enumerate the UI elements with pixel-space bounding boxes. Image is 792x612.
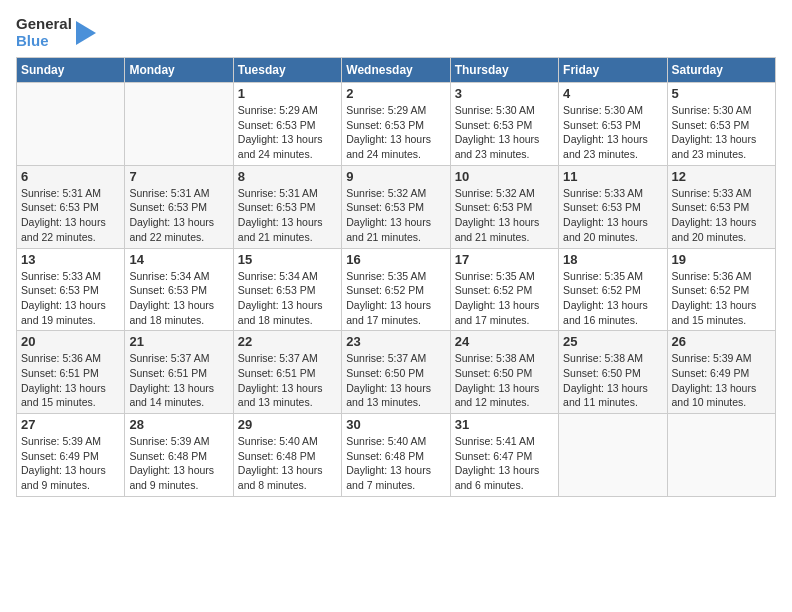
day-info: Sunrise: 5:33 AMSunset: 6:53 PMDaylight:… — [672, 186, 771, 245]
logo-arrow-icon — [76, 21, 96, 45]
day-info: Sunrise: 5:35 AMSunset: 6:52 PMDaylight:… — [346, 269, 445, 328]
day-info: Sunrise: 5:33 AMSunset: 6:53 PMDaylight:… — [21, 269, 120, 328]
day-number: 30 — [346, 417, 445, 432]
week-row-1: 1Sunrise: 5:29 AMSunset: 6:53 PMDaylight… — [17, 83, 776, 166]
calendar-cell — [559, 414, 667, 497]
day-info: Sunrise: 5:32 AMSunset: 6:53 PMDaylight:… — [346, 186, 445, 245]
week-row-4: 20Sunrise: 5:36 AMSunset: 6:51 PMDayligh… — [17, 331, 776, 414]
calendar-cell: 3Sunrise: 5:30 AMSunset: 6:53 PMDaylight… — [450, 83, 558, 166]
calendar-cell — [667, 414, 775, 497]
calendar-cell: 6Sunrise: 5:31 AMSunset: 6:53 PMDaylight… — [17, 165, 125, 248]
header: General Blue — [16, 16, 776, 49]
day-info: Sunrise: 5:38 AMSunset: 6:50 PMDaylight:… — [455, 351, 554, 410]
calendar-cell: 30Sunrise: 5:40 AMSunset: 6:48 PMDayligh… — [342, 414, 450, 497]
day-number: 29 — [238, 417, 337, 432]
week-row-2: 6Sunrise: 5:31 AMSunset: 6:53 PMDaylight… — [17, 165, 776, 248]
day-number: 15 — [238, 252, 337, 267]
day-number: 10 — [455, 169, 554, 184]
day-number: 24 — [455, 334, 554, 349]
calendar-cell: 27Sunrise: 5:39 AMSunset: 6:49 PMDayligh… — [17, 414, 125, 497]
day-number: 4 — [563, 86, 662, 101]
logo-blue: Blue — [16, 33, 72, 50]
day-number: 6 — [21, 169, 120, 184]
day-info: Sunrise: 5:34 AMSunset: 6:53 PMDaylight:… — [238, 269, 337, 328]
weekday-tuesday: Tuesday — [233, 58, 341, 83]
weekday-saturday: Saturday — [667, 58, 775, 83]
day-info: Sunrise: 5:35 AMSunset: 6:52 PMDaylight:… — [455, 269, 554, 328]
calendar-cell: 16Sunrise: 5:35 AMSunset: 6:52 PMDayligh… — [342, 248, 450, 331]
calendar-cell: 7Sunrise: 5:31 AMSunset: 6:53 PMDaylight… — [125, 165, 233, 248]
calendar-cell: 4Sunrise: 5:30 AMSunset: 6:53 PMDaylight… — [559, 83, 667, 166]
calendar-cell: 20Sunrise: 5:36 AMSunset: 6:51 PMDayligh… — [17, 331, 125, 414]
weekday-monday: Monday — [125, 58, 233, 83]
day-info: Sunrise: 5:30 AMSunset: 6:53 PMDaylight:… — [672, 103, 771, 162]
logo-general: General — [16, 16, 72, 33]
day-info: Sunrise: 5:37 AMSunset: 6:51 PMDaylight:… — [129, 351, 228, 410]
day-info: Sunrise: 5:38 AMSunset: 6:50 PMDaylight:… — [563, 351, 662, 410]
day-info: Sunrise: 5:31 AMSunset: 6:53 PMDaylight:… — [129, 186, 228, 245]
day-info: Sunrise: 5:40 AMSunset: 6:48 PMDaylight:… — [346, 434, 445, 493]
day-number: 26 — [672, 334, 771, 349]
day-number: 8 — [238, 169, 337, 184]
calendar-cell: 25Sunrise: 5:38 AMSunset: 6:50 PMDayligh… — [559, 331, 667, 414]
calendar-cell: 18Sunrise: 5:35 AMSunset: 6:52 PMDayligh… — [559, 248, 667, 331]
calendar-cell: 12Sunrise: 5:33 AMSunset: 6:53 PMDayligh… — [667, 165, 775, 248]
day-info: Sunrise: 5:39 AMSunset: 6:48 PMDaylight:… — [129, 434, 228, 493]
day-number: 16 — [346, 252, 445, 267]
calendar-cell: 21Sunrise: 5:37 AMSunset: 6:51 PMDayligh… — [125, 331, 233, 414]
calendar-cell: 24Sunrise: 5:38 AMSunset: 6:50 PMDayligh… — [450, 331, 558, 414]
day-number: 18 — [563, 252, 662, 267]
weekday-wednesday: Wednesday — [342, 58, 450, 83]
calendar-cell: 1Sunrise: 5:29 AMSunset: 6:53 PMDaylight… — [233, 83, 341, 166]
week-row-5: 27Sunrise: 5:39 AMSunset: 6:49 PMDayligh… — [17, 414, 776, 497]
day-info: Sunrise: 5:36 AMSunset: 6:51 PMDaylight:… — [21, 351, 120, 410]
day-number: 31 — [455, 417, 554, 432]
calendar-cell: 28Sunrise: 5:39 AMSunset: 6:48 PMDayligh… — [125, 414, 233, 497]
day-number: 17 — [455, 252, 554, 267]
day-number: 2 — [346, 86, 445, 101]
day-info: Sunrise: 5:36 AMSunset: 6:52 PMDaylight:… — [672, 269, 771, 328]
day-info: Sunrise: 5:31 AMSunset: 6:53 PMDaylight:… — [238, 186, 337, 245]
day-info: Sunrise: 5:30 AMSunset: 6:53 PMDaylight:… — [455, 103, 554, 162]
day-number: 23 — [346, 334, 445, 349]
calendar-cell — [17, 83, 125, 166]
day-number: 21 — [129, 334, 228, 349]
calendar-cell: 2Sunrise: 5:29 AMSunset: 6:53 PMDaylight… — [342, 83, 450, 166]
calendar-cell: 26Sunrise: 5:39 AMSunset: 6:49 PMDayligh… — [667, 331, 775, 414]
day-info: Sunrise: 5:40 AMSunset: 6:48 PMDaylight:… — [238, 434, 337, 493]
week-row-3: 13Sunrise: 5:33 AMSunset: 6:53 PMDayligh… — [17, 248, 776, 331]
day-info: Sunrise: 5:33 AMSunset: 6:53 PMDaylight:… — [563, 186, 662, 245]
day-info: Sunrise: 5:34 AMSunset: 6:53 PMDaylight:… — [129, 269, 228, 328]
day-number: 27 — [21, 417, 120, 432]
day-number: 19 — [672, 252, 771, 267]
day-info: Sunrise: 5:35 AMSunset: 6:52 PMDaylight:… — [563, 269, 662, 328]
calendar-cell: 31Sunrise: 5:41 AMSunset: 6:47 PMDayligh… — [450, 414, 558, 497]
day-info: Sunrise: 5:41 AMSunset: 6:47 PMDaylight:… — [455, 434, 554, 493]
day-number: 5 — [672, 86, 771, 101]
weekday-header-row: SundayMondayTuesdayWednesdayThursdayFrid… — [17, 58, 776, 83]
day-info: Sunrise: 5:39 AMSunset: 6:49 PMDaylight:… — [672, 351, 771, 410]
calendar-cell: 10Sunrise: 5:32 AMSunset: 6:53 PMDayligh… — [450, 165, 558, 248]
day-number: 20 — [21, 334, 120, 349]
day-info: Sunrise: 5:29 AMSunset: 6:53 PMDaylight:… — [238, 103, 337, 162]
day-number: 14 — [129, 252, 228, 267]
weekday-friday: Friday — [559, 58, 667, 83]
logo: General Blue — [16, 16, 96, 49]
calendar-cell: 22Sunrise: 5:37 AMSunset: 6:51 PMDayligh… — [233, 331, 341, 414]
logo-text: General Blue — [16, 16, 72, 49]
calendar-cell: 29Sunrise: 5:40 AMSunset: 6:48 PMDayligh… — [233, 414, 341, 497]
calendar-cell — [125, 83, 233, 166]
calendar-cell: 11Sunrise: 5:33 AMSunset: 6:53 PMDayligh… — [559, 165, 667, 248]
day-number: 1 — [238, 86, 337, 101]
day-number: 11 — [563, 169, 662, 184]
day-number: 12 — [672, 169, 771, 184]
day-info: Sunrise: 5:32 AMSunset: 6:53 PMDaylight:… — [455, 186, 554, 245]
calendar-cell: 14Sunrise: 5:34 AMSunset: 6:53 PMDayligh… — [125, 248, 233, 331]
day-number: 28 — [129, 417, 228, 432]
day-info: Sunrise: 5:39 AMSunset: 6:49 PMDaylight:… — [21, 434, 120, 493]
calendar-cell: 9Sunrise: 5:32 AMSunset: 6:53 PMDaylight… — [342, 165, 450, 248]
calendar-cell: 17Sunrise: 5:35 AMSunset: 6:52 PMDayligh… — [450, 248, 558, 331]
day-number: 22 — [238, 334, 337, 349]
calendar-cell: 8Sunrise: 5:31 AMSunset: 6:53 PMDaylight… — [233, 165, 341, 248]
svg-marker-0 — [76, 21, 96, 45]
